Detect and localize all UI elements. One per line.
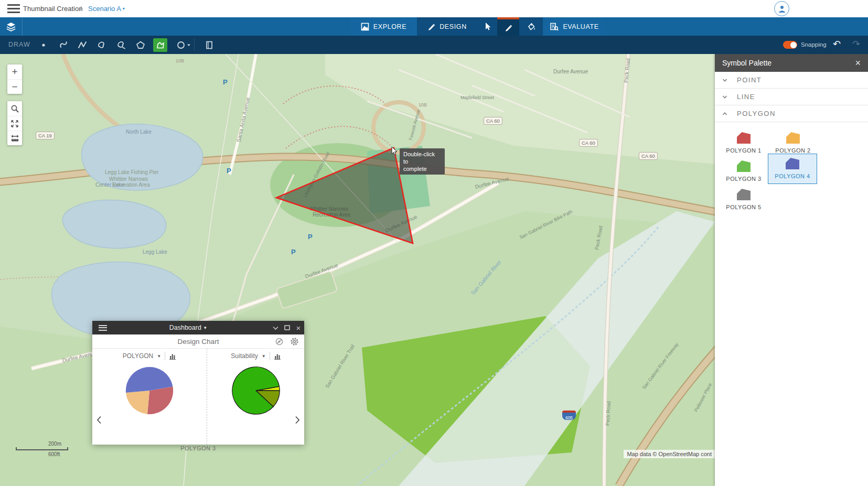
cursor-icon bbox=[484, 22, 491, 31]
tab-evaluate[interactable]: EVALUATE bbox=[545, 17, 603, 36]
snapping-toggle[interactable] bbox=[783, 41, 797, 49]
visibility-off-icon[interactable] bbox=[275, 338, 283, 348]
dashboard-titlebar[interactable]: Dashboard ▼ × bbox=[92, 321, 304, 334]
draw-freehand-polygon-tool[interactable] bbox=[112, 36, 130, 54]
draw-polyline-tool[interactable] bbox=[73, 36, 91, 54]
measure-icon bbox=[10, 134, 19, 142]
palette-section-label: LINE bbox=[737, 93, 755, 101]
close-icon[interactable]: × bbox=[293, 323, 304, 332]
collapse-icon[interactable] bbox=[270, 324, 281, 332]
scale-feet: 600ft bbox=[48, 451, 68, 457]
palette-section-point[interactable]: POINT bbox=[715, 72, 868, 89]
highway-shield: CA 60 bbox=[579, 139, 598, 147]
expand-arrows-icon bbox=[10, 120, 19, 128]
scale-bar: 200m 600ft bbox=[16, 441, 68, 457]
sketch-layer-tool[interactable] bbox=[200, 36, 218, 54]
carousel-prev-button[interactable] bbox=[97, 416, 102, 426]
top-bar: Thumbnail Creation / Scenario A ▾ bbox=[0, 0, 868, 17]
search-icon bbox=[10, 104, 19, 113]
chevron-up-icon bbox=[722, 111, 727, 116]
design-pencil-icon bbox=[427, 23, 435, 30]
draw-toolbar: DRAW bbox=[0, 36, 868, 54]
swatch-polygon-2[interactable]: POLYGON 2 bbox=[768, 128, 818, 154]
palette-section-polygon[interactable]: POLYGON bbox=[715, 105, 868, 122]
design-chart-bar: Design Chart bbox=[92, 334, 304, 349]
breadcrumb-separator: / bbox=[80, 5, 82, 13]
swatch-polygon-1[interactable]: POLYGON 1 bbox=[719, 128, 768, 154]
redo-button[interactable]: ↷ bbox=[852, 38, 860, 50]
explore-label: EXPLORE bbox=[373, 23, 406, 30]
swatch-polygon-5[interactable]: POLYGON 5 bbox=[719, 185, 768, 210]
draw-polygon-tool-active[interactable] bbox=[153, 38, 167, 52]
chevron-down-icon: ▼ bbox=[203, 326, 207, 330]
polygon-swatch-icon bbox=[737, 189, 751, 200]
divider bbox=[165, 352, 165, 360]
polygon-swatch-icon bbox=[786, 158, 799, 169]
user-avatar[interactable] bbox=[774, 1, 789, 16]
explore-map-icon bbox=[361, 23, 369, 31]
parking-icon: P bbox=[308, 233, 313, 241]
highway-shield: CA 60 bbox=[639, 152, 658, 160]
chevron-down-icon: ▼ bbox=[262, 354, 266, 359]
tooltip-line1: Double-click to bbox=[403, 150, 441, 165]
carousel-next-button[interactable] bbox=[295, 416, 300, 426]
draw-circle-tool[interactable] bbox=[172, 36, 195, 54]
parking-icon: P bbox=[227, 167, 231, 175]
maximize-icon[interactable] bbox=[281, 324, 293, 332]
parking-icon: P bbox=[291, 248, 296, 256]
gear-icon[interactable] bbox=[290, 337, 299, 348]
breadcrumb-project[interactable]: Thumbnail Creation bbox=[23, 5, 82, 13]
swatch-polygon-3[interactable]: POLYGON 3 bbox=[719, 157, 768, 182]
person-icon bbox=[777, 4, 787, 14]
bar-chart-icon[interactable] bbox=[169, 353, 176, 360]
swatch-label: POLYGON 3 bbox=[719, 176, 768, 182]
design-chart-title: Design Chart bbox=[92, 334, 304, 349]
palette-section-line[interactable]: LINE bbox=[715, 89, 868, 105]
pencil-icon bbox=[505, 24, 512, 31]
measure-button[interactable] bbox=[7, 131, 22, 145]
tooltip-line2: complete bbox=[403, 165, 441, 172]
highway-shield: CA 60 bbox=[484, 117, 502, 125]
pie-chart-polygon[interactable] bbox=[124, 365, 175, 416]
fill-tool-button[interactable] bbox=[519, 17, 543, 36]
paint-bucket-icon bbox=[527, 23, 535, 31]
chart-field-selector[interactable]: Suitability ▼ bbox=[208, 349, 304, 363]
draw-polygon-outline-tool[interactable] bbox=[132, 36, 149, 54]
tab-explore[interactable]: EXPLORE bbox=[350, 17, 417, 36]
curve-icon bbox=[58, 40, 69, 50]
bar-chart-icon[interactable] bbox=[274, 353, 281, 360]
close-icon[interactable]: × bbox=[855, 58, 861, 69]
app-window: Thumbnail Creation / Scenario A ▾ EXPLOR… bbox=[0, 0, 868, 486]
swatch-polygon-4-selected[interactable]: POLYGON 4 bbox=[768, 154, 817, 184]
layers-button[interactable] bbox=[0, 17, 22, 36]
swatch-label: POLYGON 1 bbox=[719, 147, 768, 154]
breadcrumb-scenario[interactable]: Scenario A ▾ bbox=[88, 5, 125, 13]
draw-curve-tool[interactable] bbox=[55, 36, 72, 54]
search-button[interactable] bbox=[7, 101, 22, 116]
zoom-out-button[interactable]: − bbox=[7, 79, 22, 94]
draw-point-tool[interactable] bbox=[35, 36, 52, 54]
polygon-swatch-icon bbox=[786, 132, 800, 144]
zoom-in-button[interactable]: + bbox=[7, 64, 22, 79]
point-icon bbox=[39, 40, 48, 50]
hamburger-menu-icon[interactable] bbox=[7, 4, 20, 13]
chart-column-left: POLYGON ▼ bbox=[92, 349, 207, 445]
chevron-down-icon: ▾ bbox=[123, 6, 125, 11]
tab-design[interactable]: DESIGN bbox=[417, 17, 477, 36]
swatch-label: POLYGON 2 bbox=[768, 147, 818, 154]
draw-toolbar-label: DRAW bbox=[8, 41, 30, 48]
map-attribution: Map data © OpenStreetMap cont bbox=[624, 450, 715, 458]
draw-freehand-area-tool[interactable] bbox=[92, 36, 110, 54]
mouse-cursor bbox=[390, 146, 399, 158]
chart-field-selector[interactable]: POLYGON ▼ bbox=[92, 349, 207, 363]
swatch-label: POLYGON 4 bbox=[768, 173, 817, 179]
undo-button[interactable]: ↶ bbox=[833, 38, 841, 50]
draw-tool-button-active[interactable] bbox=[497, 17, 519, 36]
zoom-controls: + − bbox=[7, 64, 22, 94]
dashboard-menu-icon[interactable] bbox=[99, 325, 107, 331]
extent-button[interactable] bbox=[7, 116, 22, 131]
select-tool-button[interactable] bbox=[477, 17, 497, 36]
pie-chart-suitability[interactable] bbox=[231, 365, 281, 416]
polygon-swatch-icon bbox=[737, 160, 751, 172]
dashboard-title: Dashboard ▼ bbox=[107, 324, 270, 331]
